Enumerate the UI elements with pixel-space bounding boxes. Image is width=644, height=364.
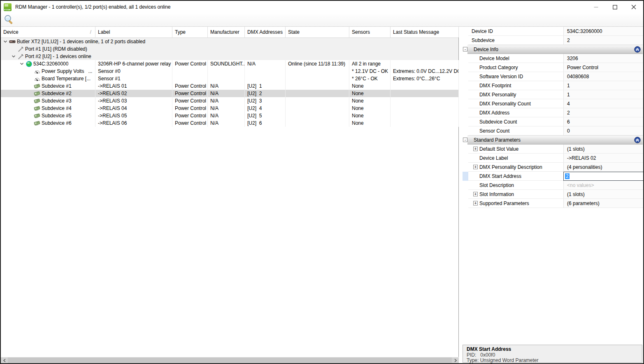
column-header-last-status-message[interactable]: Last Status Message xyxy=(391,27,459,37)
column-header-state[interactable]: State xyxy=(286,27,349,37)
expand-plus-box[interactable]: + xyxy=(473,192,478,196)
expand-plus-box[interactable]: + xyxy=(473,147,478,151)
tree-row-board-temperature[interactable]: Board Temperature [...Sensor #1* 26°C - … xyxy=(1,75,458,82)
property-name: +Supported Parameters xyxy=(468,199,564,208)
tree-row-port-1-u1-rdm-disabled[interactable]: Port #1 [U1] (RDM disabled) xyxy=(1,45,458,53)
property-value: ->RELAIS 02 xyxy=(564,154,643,163)
column-header-manufacturer[interactable]: Manufacturer xyxy=(208,27,245,37)
property-value: 4 xyxy=(564,99,643,108)
property-row-device-model[interactable]: Device Model3206 xyxy=(463,54,643,63)
cell-type: Power Control xyxy=(172,82,208,90)
minimize-button[interactable] xyxy=(586,1,605,13)
property-row-sensor-count[interactable]: Sensor Count0 xyxy=(463,126,643,135)
expand-plus-box[interactable]: + xyxy=(473,165,478,169)
property-value: 1 xyxy=(564,81,643,90)
property-row-subdevice[interactable]: Subdevice2 xyxy=(463,36,643,45)
property-row-subdevice-count[interactable]: Subdevice Count6 xyxy=(463,117,643,126)
tree-row-subdevice-4[interactable]: Subdevice #4->RELAIS 04Power ControlN/A[… xyxy=(1,105,458,112)
expander-chevron-down-icon[interactable] xyxy=(18,60,25,68)
tree-row-port-2-u2-1-devices-online[interactable]: Port #2 [U2] - 1 devices online xyxy=(1,53,458,60)
collapse-minus-box[interactable]: - xyxy=(463,47,467,51)
expander-chevron-down-icon[interactable] xyxy=(2,38,9,45)
column-header-device[interactable]: Device/ xyxy=(1,27,95,37)
property-row-slot-information[interactable]: +Slot Information(1 slots) xyxy=(463,190,643,199)
property-row-device-id[interactable]: Device ID534C:32060000 xyxy=(463,27,643,36)
section-title: Device Info xyxy=(474,47,498,52)
sensor-icon xyxy=(33,68,41,75)
cell-label: 3206R-HP 6-channel power relay xyxy=(95,60,172,68)
chevron-left-icon xyxy=(3,359,6,362)
property-name: Product Category xyxy=(468,63,564,72)
close-icon xyxy=(631,5,636,9)
property-row-dmx-personality-count[interactable]: DMX Personality Count4 xyxy=(463,99,643,108)
scrollbar-thumb[interactable] xyxy=(8,357,452,363)
tree-row-subdevice-3[interactable]: Subdevice #3->RELAIS 03Power ControlN/A[… xyxy=(1,97,458,105)
expand-plus-box[interactable]: + xyxy=(473,201,478,205)
column-header-type[interactable]: Type xyxy=(172,27,208,37)
cell-sensors: None xyxy=(349,82,391,90)
property-row-default-slot-value[interactable]: +Default Slot Value(1 slots) xyxy=(463,145,643,154)
collapse-chevron-double-up-icon[interactable] xyxy=(634,137,641,143)
property-name: Device Label xyxy=(468,154,564,163)
tree-item-label: Port #1 [U1] (RDM disabled) xyxy=(25,45,87,53)
section-header-device-info[interactable]: -Device Info xyxy=(463,45,643,54)
tree-item-label: Port #2 [U2] - 1 devices online xyxy=(25,53,91,60)
row-gutter xyxy=(463,72,468,81)
tree-row-subdevice-6[interactable]: Subdevice #6->RELAIS 06Power ControlN/A[… xyxy=(1,119,458,127)
column-header-label: Type xyxy=(175,29,186,35)
property-row-dmx-personality[interactable]: DMX Personality1 xyxy=(463,90,643,99)
scroll-left-button[interactable] xyxy=(1,357,8,363)
property-name: Slot Description xyxy=(468,181,564,190)
collapse-minus-box[interactable]: - xyxy=(463,138,467,142)
tree-row-power-supply-volts[interactable]: Power Supply Volts ...Sensor #0* 12.1V D… xyxy=(1,68,458,75)
cell-last-status-message xyxy=(391,105,459,112)
cell-state xyxy=(286,68,349,75)
property-name: Device ID xyxy=(468,27,564,36)
maximize-button[interactable] xyxy=(605,1,624,13)
tree-row-subdevice-1[interactable]: Subdevice #1->RELAIS 01Power ControlN/A[… xyxy=(1,82,458,90)
property-label: DMX Personality Description xyxy=(479,164,542,170)
column-header-dmx-addresses[interactable]: DMX Addresses xyxy=(245,27,286,37)
property-row-device-label[interactable]: Device Label->RELAIS 02 xyxy=(463,154,643,163)
column-header-label: Sensors xyxy=(352,29,370,35)
expander-spacer xyxy=(26,112,33,119)
column-header-label: Manufacturer xyxy=(210,29,239,35)
collapse-chevron-double-up-icon[interactable] xyxy=(634,46,641,53)
horizontal-scrollbar[interactable] xyxy=(1,357,459,363)
expander-chevron-down-icon[interactable] xyxy=(10,53,17,60)
window-title: RDM Manager - 1 controller(s), 1/2 port(… xyxy=(15,4,171,10)
property-name: DMX Address xyxy=(468,108,564,117)
cell-dmx-addresses xyxy=(245,75,286,82)
scroll-right-button[interactable] xyxy=(452,357,459,363)
row-gutter xyxy=(463,163,468,172)
dmx-start-address-input[interactable]: 2 xyxy=(563,172,644,181)
cell-label: ->RELAIS 06 xyxy=(95,119,172,127)
property-row-supported-parameters[interactable]: +Supported Parameters(6 parameters) xyxy=(463,199,643,208)
tree-device-cell: Power Supply Volts ... xyxy=(1,68,95,75)
cell-manufacturer xyxy=(208,68,245,75)
tree-row-butler-xt2-u1-u2-1-devices-online-1-of-2-ports-disabled[interactable]: Butler XT2 [U1,U2] - 1 devices online, 1… xyxy=(1,38,458,45)
property-value: 534C:32060000 xyxy=(564,27,643,36)
row-gutter xyxy=(463,99,468,108)
section-header-standard-parameters[interactable]: -Standard Parameters xyxy=(463,135,643,145)
close-button[interactable] xyxy=(624,1,643,13)
tree-row-subdevice-2[interactable]: Subdevice #2->RELAIS 02Power ControlN/A[… xyxy=(1,90,458,97)
property-label: DMX Personality Count xyxy=(479,101,531,107)
column-header-label[interactable]: Label xyxy=(95,27,172,37)
property-label: Subdevice Count xyxy=(479,119,517,125)
property-row-product-category[interactable]: Product CategoryPower Control xyxy=(463,63,643,72)
property-row-dmx-footprint[interactable]: DMX Footprint1 xyxy=(463,81,643,90)
property-row-slot-description[interactable]: Slot Description<no values> xyxy=(463,181,643,190)
tree-row-534c-32060000[interactable]: 534C:320600003206R-HP 6-channel power re… xyxy=(1,60,458,68)
property-row-dmx-address[interactable]: DMX Address2 xyxy=(463,108,643,117)
property-row-software-version-id[interactable]: Software Version ID04080608 xyxy=(463,72,643,81)
tree-row-subdevice-5[interactable]: Subdevice #5->RELAIS 05Power ControlN/A[… xyxy=(1,112,458,119)
tree-device-cell: Subdevice #2 xyxy=(1,90,95,97)
cell-label: ->RELAIS 02 xyxy=(95,90,172,97)
search-button[interactable] xyxy=(2,14,15,26)
subdevice-icon xyxy=(33,105,41,112)
property-row-dmx-personality-description[interactable]: +DMX Personality Description(4 personali… xyxy=(463,163,643,172)
property-value: <no values> xyxy=(564,181,643,190)
column-header-sensors[interactable]: Sensors xyxy=(349,27,391,37)
property-row-dmx-start-address[interactable]: DMX Start Address2 xyxy=(463,172,643,181)
